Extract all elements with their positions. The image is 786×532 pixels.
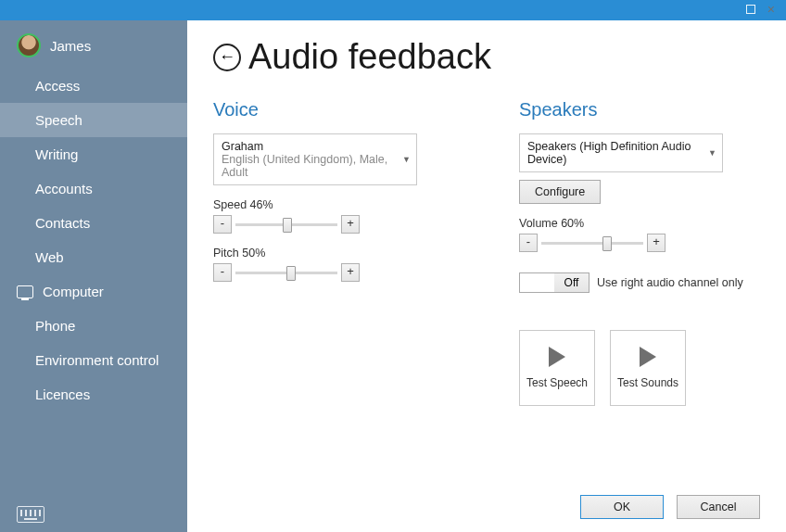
slider-thumb[interactable] (286, 266, 296, 281)
page-title: Audio feedback (248, 37, 491, 77)
slider-track (541, 242, 643, 245)
slider-thumb[interactable] (602, 236, 612, 251)
configure-button[interactable]: Configure (519, 180, 601, 204)
volume-decrease-button[interactable]: - (519, 234, 538, 252)
speed-label: Speed 46% (213, 198, 454, 211)
back-button[interactable]: ← (213, 44, 241, 71)
sidebar: James Access Speech Writing Accounts Con… (0, 20, 187, 532)
test-sounds-button[interactable]: Test Sounds (610, 330, 686, 406)
sidebar-item-licences[interactable]: Licences (0, 377, 187, 412)
sidebar-item-environment[interactable]: Environment control (0, 343, 187, 377)
cancel-button[interactable]: Cancel (677, 495, 760, 519)
toggle-empty (520, 273, 554, 292)
sidebar-item-label: Computer (43, 284, 104, 299)
volume-increase-button[interactable]: + (647, 234, 666, 252)
toggle-state: Off (554, 273, 589, 292)
play-icon (549, 347, 565, 367)
sidebar-item-computer[interactable]: Computer (0, 274, 187, 309)
sidebar-item-web[interactable]: Web (0, 240, 187, 274)
main-panel: ← Audio feedback Voice Graham English (U… (187, 20, 786, 532)
speakers-section: Speakers Speakers (High Definition Audio… (519, 99, 760, 406)
profile[interactable]: James (0, 20, 187, 69)
voice-section: Voice Graham English (United Kingdom), M… (213, 99, 454, 406)
monitor-icon (17, 285, 33, 298)
right-channel-label: Use right audio channel only (597, 276, 743, 289)
speed-increase-button[interactable]: + (341, 215, 360, 234)
voice-dropdown-detail: English (United Kingdom), Male, Adult (222, 153, 398, 179)
pitch-label: Pitch 50% (213, 247, 454, 260)
voice-dropdown-name: Graham (222, 140, 398, 153)
speakers-heading: Speakers (519, 99, 760, 120)
sidebar-item-speech[interactable]: Speech (0, 103, 187, 137)
pitch-slider[interactable] (235, 263, 337, 282)
speed-decrease-button[interactable]: - (213, 215, 232, 234)
voice-heading: Voice (213, 99, 454, 120)
speed-slider[interactable] (235, 215, 337, 234)
play-icon (640, 347, 656, 367)
sidebar-item-phone[interactable]: Phone (0, 309, 187, 343)
arrow-left-icon: ← (219, 47, 235, 67)
volume-label: Volume 60% (519, 217, 760, 230)
test-speech-button[interactable]: Test Speech (519, 330, 595, 406)
chevron-down-icon: ▼ (402, 155, 411, 164)
profile-name: James (50, 38, 91, 54)
sidebar-item-contacts[interactable]: Contacts (0, 206, 187, 240)
test-speech-label: Test Speech (526, 376, 588, 389)
pitch-decrease-button[interactable]: - (213, 263, 232, 282)
close-icon[interactable]: × (767, 3, 775, 16)
test-sounds-label: Test Sounds (617, 376, 678, 389)
maximize-icon[interactable] (746, 5, 755, 14)
volume-slider[interactable] (541, 234, 643, 252)
right-channel-toggle[interactable]: Off (519, 272, 590, 293)
keyboard-icon[interactable] (17, 506, 44, 523)
ok-button[interactable]: OK (580, 495, 664, 519)
sidebar-item-accounts[interactable]: Accounts (0, 171, 187, 206)
sidebar-item-access[interactable]: Access (0, 69, 187, 103)
sidebar-item-writing[interactable]: Writing (0, 137, 187, 171)
speakers-dropdown-name: Speakers (High Definition Audio Device) (527, 140, 704, 166)
pitch-increase-button[interactable]: + (341, 263, 360, 282)
speakers-dropdown[interactable]: Speakers (High Definition Audio Device) … (519, 133, 723, 172)
chevron-down-icon: ▼ (708, 148, 716, 158)
avatar (17, 33, 41, 57)
slider-thumb[interactable] (283, 218, 292, 233)
voice-dropdown[interactable]: Graham English (United Kingdom), Male, A… (213, 133, 417, 185)
